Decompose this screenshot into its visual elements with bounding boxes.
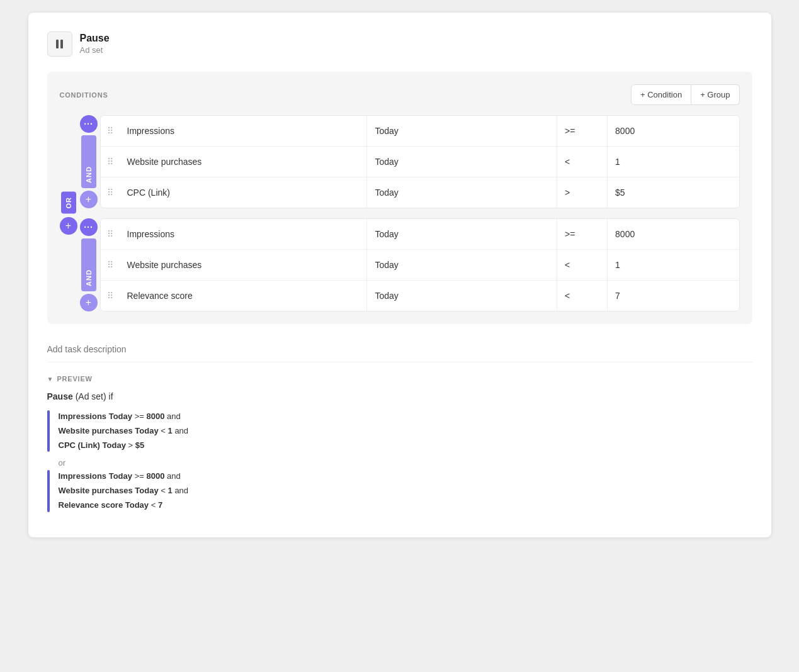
- preview-line: CPC (Link) Today > $5: [59, 439, 189, 452]
- table-row: ⠿ Website purchases Today < 1: [101, 147, 739, 177]
- preview-metric: Website purchases Today: [59, 426, 159, 435]
- action-subtitle: Ad set: [80, 45, 103, 55]
- and-add-button-1[interactable]: +: [80, 191, 98, 208]
- and-add-button-2[interactable]: +: [80, 294, 98, 311]
- drag-handle[interactable]: ⠿: [101, 229, 120, 239]
- preview-metric: CPC (Link) Today: [59, 440, 126, 450]
- or-label[interactable]: OR: [61, 192, 76, 214]
- condition-value: 8000: [608, 116, 739, 146]
- condition-time: Today: [367, 177, 557, 208]
- preview-line: Impressions Today >= 8000 and: [59, 410, 189, 423]
- preview-group-1: Impressions Today >= 8000 and Website pu…: [47, 410, 752, 452]
- condition-operator: <: [557, 281, 608, 311]
- preview-metric: Impressions Today: [59, 412, 133, 421]
- condition-value: 7: [608, 281, 739, 311]
- condition-metric: CPC (Link): [120, 177, 368, 208]
- and-menu-button-2[interactable]: ···: [80, 218, 98, 236]
- preview-value: 1: [168, 486, 173, 495]
- drag-handle[interactable]: ⠿: [101, 157, 120, 167]
- preview-group-content-2: Impressions Today >= 8000 and Website pu…: [59, 470, 189, 512]
- table-row: ⠿ Relevance score Today < 7: [101, 281, 739, 311]
- table-row: ⠿ Impressions Today >= 8000: [101, 116, 739, 147]
- preview-op: <: [151, 500, 158, 510]
- condition-metric: Website purchases: [120, 147, 368, 177]
- preview-metric: Relevance score Today: [59, 500, 149, 510]
- preview-or-text: or: [59, 458, 752, 468]
- task-description-input[interactable]: [47, 337, 752, 362]
- main-card: Pause Ad set CONDITIONS + Condition + Gr…: [28, 13, 771, 537]
- preview-if-text: if: [109, 391, 113, 401]
- preview-op: >=: [135, 471, 147, 481]
- conditions-actions: + Condition + Group: [631, 84, 739, 105]
- condition-value: 1: [608, 147, 739, 177]
- preview-op: >=: [135, 412, 147, 421]
- condition-value: 8000: [608, 219, 739, 249]
- add-group-button[interactable]: + Group: [691, 84, 739, 105]
- preview-value: 7: [158, 500, 162, 510]
- condition-value: 1: [608, 250, 739, 280]
- preview-op: >: [128, 440, 135, 450]
- preview-toggle[interactable]: ▼ PREVIEW: [47, 375, 752, 383]
- condition-metric: Website purchases: [120, 250, 368, 280]
- condition-time: Today: [367, 250, 557, 280]
- condition-metric: Impressions: [120, 219, 368, 249]
- condition-metric: Relevance score: [120, 281, 368, 311]
- preview-value: 8000: [146, 471, 164, 481]
- condition-operator: <: [557, 250, 608, 280]
- preview-action: Pause: [47, 391, 73, 401]
- condition-time: Today: [367, 219, 557, 249]
- conditions-label: CONDITIONS: [60, 91, 108, 99]
- preview-connector: and: [167, 471, 181, 481]
- preview-group-2: Impressions Today >= 8000 and Website pu…: [47, 470, 752, 512]
- table-row: ⠿ Website purchases Today < 1: [101, 250, 739, 281]
- condition-value: $5: [608, 177, 739, 208]
- and-label-2[interactable]: AND: [81, 238, 96, 291]
- or-connector: OR +: [60, 115, 77, 311]
- preview-line: Website purchases Today < 1 and: [59, 484, 189, 498]
- drag-handle[interactable]: ⠿: [101, 291, 120, 301]
- and-label-1[interactable]: AND: [81, 135, 96, 188]
- add-condition-button[interactable]: + Condition: [631, 84, 691, 105]
- drag-handle[interactable]: ⠿: [101, 188, 120, 198]
- preview-toggle-label: PREVIEW: [57, 375, 92, 383]
- preview-line: Relevance score Today < 7: [59, 499, 189, 512]
- and-menu-button-1[interactable]: ···: [80, 115, 98, 133]
- pause-icon-btn[interactable]: [47, 31, 72, 57]
- condition-operator: >=: [557, 219, 608, 249]
- preview-value: $5: [135, 440, 144, 450]
- chevron-down-icon: ▼: [47, 376, 54, 383]
- drag-handle[interactable]: ⠿: [101, 260, 120, 270]
- pause-icon: [56, 40, 63, 48]
- preview-line: Impressions Today >= 8000 and: [59, 470, 189, 483]
- table-row: ⠿ CPC (Link) Today > $5: [101, 177, 739, 208]
- condition-operator: >=: [557, 116, 608, 146]
- preview-op: <: [161, 426, 167, 435]
- dots-icon-2: ···: [84, 222, 93, 232]
- group-row-1: ··· AND + ⠿ Impressions Today >= 8000: [80, 115, 740, 208]
- condition-operator: >: [557, 177, 608, 208]
- group-row-2: ··· AND + ⠿ Impressions Today >= 8000: [80, 218, 740, 311]
- condition-time: Today: [367, 281, 557, 311]
- preview-metric: Impressions Today: [59, 471, 133, 481]
- condition-operator: <: [557, 147, 608, 177]
- header-text: Pause Ad set: [80, 33, 110, 55]
- and-connector-2: ··· AND +: [80, 218, 98, 311]
- preview-metric: Website purchases Today: [59, 486, 159, 495]
- and-connector-1: ··· AND +: [80, 115, 98, 208]
- preview-value: 8000: [146, 412, 164, 421]
- preview-connector: and: [174, 426, 188, 435]
- groups-container: OR + ··· AND +: [60, 115, 740, 311]
- condition-time: Today: [367, 116, 557, 146]
- preview-section: ▼ PREVIEW Pause (Ad set) if Impressions …: [47, 375, 752, 512]
- header-row: Pause Ad set: [47, 31, 752, 57]
- table-row: ⠿ Impressions Today >= 8000: [101, 219, 739, 250]
- drag-handle[interactable]: ⠿: [101, 126, 120, 136]
- dots-icon-1: ···: [84, 119, 93, 129]
- preview-group-bar-2: [47, 470, 50, 512]
- preview-connector: and: [167, 412, 181, 421]
- preview-target-text: (Ad set): [76, 391, 106, 401]
- or-add-button[interactable]: +: [60, 217, 77, 235]
- preview-line: Website purchases Today < 1 and: [59, 425, 189, 438]
- preview-value: 1: [168, 426, 173, 435]
- action-title: Pause: [80, 33, 110, 44]
